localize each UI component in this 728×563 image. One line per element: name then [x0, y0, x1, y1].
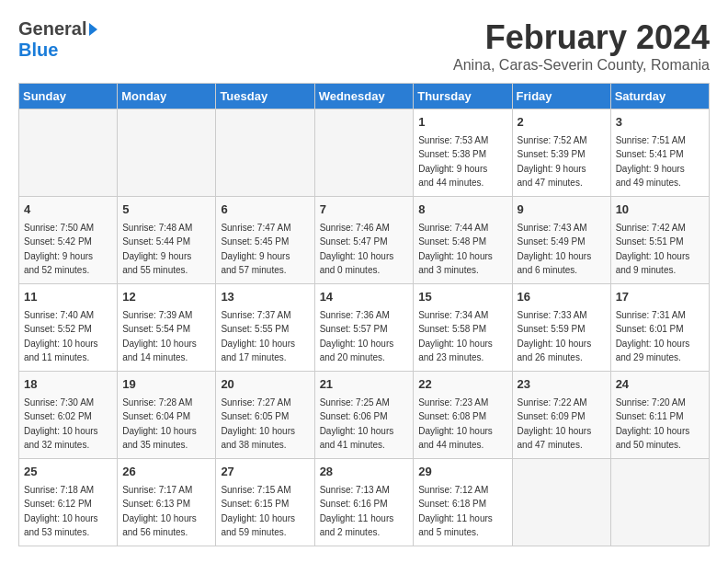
day-info: Sunrise: 7:30 AM Sunset: 6:02 PM Dayligh… — [24, 396, 112, 453]
day-number: 11 — [24, 288, 112, 306]
calendar-cell: 25Sunrise: 7:18 AM Sunset: 6:12 PM Dayli… — [19, 459, 118, 546]
day-info: Sunrise: 7:15 AM Sunset: 6:15 PM Dayligh… — [221, 483, 309, 540]
calendar-cell: 14Sunrise: 7:36 AM Sunset: 5:57 PM Dayli… — [314, 284, 414, 372]
day-number: 25 — [24, 463, 112, 481]
day-info: Sunrise: 7:51 AM Sunset: 5:41 PM Dayligh… — [616, 133, 704, 190]
week-row-2: 4Sunrise: 7:50 AM Sunset: 5:42 PM Daylig… — [19, 197, 710, 284]
day-info: Sunrise: 7:39 AM Sunset: 5:54 PM Dayligh… — [122, 308, 210, 365]
calendar-table: SundayMondayTuesdayWednesdayThursdayFrid… — [18, 83, 710, 546]
calendar-cell: 4Sunrise: 7:50 AM Sunset: 5:42 PM Daylig… — [19, 197, 118, 284]
calendar-cell: 20Sunrise: 7:27 AM Sunset: 6:05 PM Dayli… — [216, 372, 314, 459]
day-number: 7 — [320, 201, 409, 219]
day-info: Sunrise: 7:43 AM Sunset: 5:49 PM Dayligh… — [518, 221, 606, 278]
day-number: 18 — [24, 375, 112, 394]
calendar-cell: 21Sunrise: 7:25 AM Sunset: 6:06 PM Dayli… — [314, 372, 414, 459]
day-info: Sunrise: 7:44 AM Sunset: 5:48 PM Dayligh… — [418, 221, 506, 278]
day-number: 29 — [418, 463, 506, 481]
day-number: 26 — [122, 463, 210, 481]
calendar-cell: 27Sunrise: 7:15 AM Sunset: 6:15 PM Dayli… — [216, 459, 314, 546]
week-row-4: 18Sunrise: 7:30 AM Sunset: 6:02 PM Dayli… — [19, 372, 710, 459]
day-info: Sunrise: 7:13 AM Sunset: 6:16 PM Dayligh… — [320, 483, 409, 540]
calendar-cell: 17Sunrise: 7:31 AM Sunset: 6:01 PM Dayli… — [610, 284, 709, 372]
day-info: Sunrise: 7:25 AM Sunset: 6:06 PM Dayligh… — [320, 396, 409, 453]
calendar-header-row: SundayMondayTuesdayWednesdayThursdayFrid… — [19, 84, 710, 109]
day-info: Sunrise: 7:36 AM Sunset: 5:57 PM Dayligh… — [320, 308, 409, 365]
day-info: Sunrise: 7:12 AM Sunset: 6:18 PM Dayligh… — [418, 483, 506, 540]
day-info: Sunrise: 7:23 AM Sunset: 6:08 PM Dayligh… — [418, 396, 506, 453]
month-title: February 2024 — [453, 18, 710, 57]
week-row-5: 25Sunrise: 7:18 AM Sunset: 6:12 PM Dayli… — [19, 459, 710, 546]
day-info: Sunrise: 7:40 AM Sunset: 5:52 PM Dayligh… — [24, 308, 112, 365]
day-info: Sunrise: 7:52 AM Sunset: 5:39 PM Dayligh… — [518, 133, 606, 190]
title-section: February 2024 Anina, Caras-Severin Count… — [453, 18, 710, 74]
day-info: Sunrise: 7:18 AM Sunset: 6:12 PM Dayligh… — [24, 483, 112, 540]
calendar-cell — [118, 109, 216, 197]
day-info: Sunrise: 7:50 AM Sunset: 5:42 PM Dayligh… — [24, 221, 112, 278]
page-header: General Blue February 2024 Anina, Caras-… — [18, 18, 710, 74]
calendar-cell: 7Sunrise: 7:46 AM Sunset: 5:47 PM Daylig… — [314, 197, 414, 284]
calendar-cell: 5Sunrise: 7:48 AM Sunset: 5:44 PM Daylig… — [118, 197, 216, 284]
logo-triangle-icon — [89, 23, 97, 36]
logo-blue-text: Blue — [18, 40, 97, 61]
day-info: Sunrise: 7:27 AM Sunset: 6:05 PM Dayligh… — [221, 396, 309, 453]
day-number: 20 — [221, 375, 309, 394]
calendar-cell: 29Sunrise: 7:12 AM Sunset: 6:18 PM Dayli… — [414, 459, 512, 546]
day-number: 14 — [320, 288, 409, 306]
calendar-cell: 11Sunrise: 7:40 AM Sunset: 5:52 PM Dayli… — [19, 284, 118, 372]
calendar-cell: 16Sunrise: 7:33 AM Sunset: 5:59 PM Dayli… — [512, 284, 610, 372]
calendar-cell: 12Sunrise: 7:39 AM Sunset: 5:54 PM Dayli… — [118, 284, 216, 372]
day-info: Sunrise: 7:20 AM Sunset: 6:11 PM Dayligh… — [616, 396, 704, 453]
day-number: 15 — [418, 288, 506, 306]
calendar-cell: 26Sunrise: 7:17 AM Sunset: 6:13 PM Dayli… — [118, 459, 216, 546]
day-number: 22 — [418, 375, 506, 394]
header-day-saturday: Saturday — [610, 84, 709, 109]
calendar-cell: 19Sunrise: 7:28 AM Sunset: 6:04 PM Dayli… — [118, 372, 216, 459]
day-number: 13 — [221, 288, 309, 306]
day-info: Sunrise: 7:53 AM Sunset: 5:38 PM Dayligh… — [418, 133, 506, 190]
day-info: Sunrise: 7:31 AM Sunset: 6:01 PM Dayligh… — [616, 308, 704, 365]
day-number: 23 — [518, 375, 606, 394]
calendar-cell: 24Sunrise: 7:20 AM Sunset: 6:11 PM Dayli… — [610, 372, 709, 459]
calendar-cell: 23Sunrise: 7:22 AM Sunset: 6:09 PM Dayli… — [512, 372, 610, 459]
header-day-tuesday: Tuesday — [216, 84, 314, 109]
day-number: 16 — [518, 288, 606, 306]
calendar-cell: 1Sunrise: 7:53 AM Sunset: 5:38 PM Daylig… — [414, 109, 512, 197]
calendar-cell: 9Sunrise: 7:43 AM Sunset: 5:49 PM Daylig… — [512, 197, 610, 284]
calendar-cell: 3Sunrise: 7:51 AM Sunset: 5:41 PM Daylig… — [610, 109, 709, 197]
calendar-cell: 18Sunrise: 7:30 AM Sunset: 6:02 PM Dayli… — [19, 372, 118, 459]
week-row-3: 11Sunrise: 7:40 AM Sunset: 5:52 PM Dayli… — [19, 284, 710, 372]
calendar-cell: 15Sunrise: 7:34 AM Sunset: 5:58 PM Dayli… — [414, 284, 512, 372]
week-row-1: 1Sunrise: 7:53 AM Sunset: 5:38 PM Daylig… — [19, 109, 710, 197]
day-info: Sunrise: 7:28 AM Sunset: 6:04 PM Dayligh… — [122, 396, 210, 453]
logo: General Blue — [18, 18, 97, 61]
day-number: 28 — [320, 463, 409, 481]
calendar-cell: 2Sunrise: 7:52 AM Sunset: 5:39 PM Daylig… — [512, 109, 610, 197]
day-number: 17 — [616, 288, 704, 306]
day-number: 4 — [24, 201, 112, 219]
day-number: 6 — [221, 201, 309, 219]
day-info: Sunrise: 7:42 AM Sunset: 5:51 PM Dayligh… — [616, 221, 704, 278]
calendar-cell — [512, 459, 610, 546]
day-info: Sunrise: 7:47 AM Sunset: 5:45 PM Dayligh… — [221, 221, 309, 278]
day-info: Sunrise: 7:33 AM Sunset: 5:59 PM Dayligh… — [518, 308, 606, 365]
day-number: 3 — [616, 113, 704, 132]
calendar-cell — [216, 109, 314, 197]
location-title: Anina, Caras-Severin County, Romania — [453, 57, 710, 74]
day-number: 1 — [418, 113, 506, 132]
day-info: Sunrise: 7:17 AM Sunset: 6:13 PM Dayligh… — [122, 483, 210, 540]
day-info: Sunrise: 7:46 AM Sunset: 5:47 PM Dayligh… — [320, 221, 409, 278]
header-day-monday: Monday — [118, 84, 216, 109]
day-info: Sunrise: 7:34 AM Sunset: 5:58 PM Dayligh… — [418, 308, 506, 365]
day-info: Sunrise: 7:48 AM Sunset: 5:44 PM Dayligh… — [122, 221, 210, 278]
day-number: 9 — [518, 201, 606, 219]
day-number: 8 — [418, 201, 506, 219]
calendar-cell: 8Sunrise: 7:44 AM Sunset: 5:48 PM Daylig… — [414, 197, 512, 284]
calendar-cell — [610, 459, 709, 546]
calendar-cell: 10Sunrise: 7:42 AM Sunset: 5:51 PM Dayli… — [610, 197, 709, 284]
calendar-cell: 6Sunrise: 7:47 AM Sunset: 5:45 PM Daylig… — [216, 197, 314, 284]
calendar-cell: 28Sunrise: 7:13 AM Sunset: 6:16 PM Dayli… — [314, 459, 414, 546]
logo-general-text: General — [18, 18, 86, 40]
day-number: 24 — [616, 375, 704, 394]
day-info: Sunrise: 7:37 AM Sunset: 5:55 PM Dayligh… — [221, 308, 309, 365]
calendar-cell — [314, 109, 414, 197]
